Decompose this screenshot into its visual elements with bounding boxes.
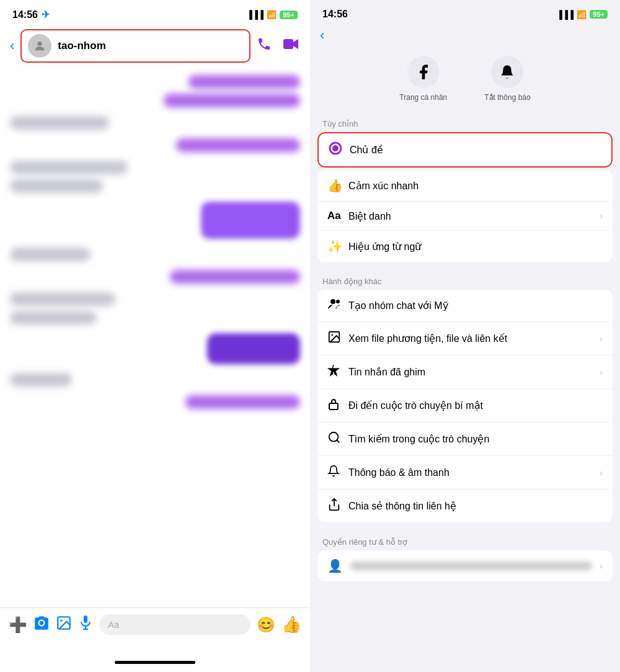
left-status-bar: 14:56 ✈ ▐▐▐ 📶 95+ bbox=[0, 0, 310, 25]
cam-xuc-item[interactable]: 👍 Cảm xúc nhanh bbox=[317, 170, 613, 202]
avatar bbox=[28, 34, 51, 58]
home-indicator bbox=[0, 652, 310, 672]
xem-file-chevron: › bbox=[600, 334, 603, 344]
right-status-icons: ▐▐▐ 📶 95+ bbox=[557, 10, 608, 19]
call-icon[interactable] bbox=[257, 37, 272, 55]
partial-item: 👤 › bbox=[317, 550, 613, 581]
msg-row-3 bbox=[10, 138, 300, 152]
chat-area bbox=[0, 69, 310, 607]
tao-nhom-text: Tạo nhóm chat với Mỹ bbox=[348, 300, 603, 311]
partial-icon: 👤 bbox=[327, 558, 343, 573]
contact-name-box[interactable]: tao-nhom bbox=[20, 29, 250, 63]
svg-point-2 bbox=[40, 620, 44, 625]
right-battery-badge: 95+ bbox=[590, 10, 608, 19]
biet-danh-item[interactable]: Aa Biệt danh › bbox=[317, 202, 613, 231]
facebook-icon-circle bbox=[407, 56, 440, 88]
msg-row-6 bbox=[10, 248, 300, 261]
facebook-profile-item[interactable]: Trang cá nhân bbox=[399, 56, 447, 102]
chia-se-item[interactable]: Chia sẻ thông tin liên hệ bbox=[317, 490, 613, 522]
svg-point-13 bbox=[331, 334, 333, 336]
right-status-bar: 14:56 ▐▐▐ 📶 95+ bbox=[310, 0, 620, 25]
cam-xuc-text: Cảm xúc nhanh bbox=[348, 180, 603, 192]
bottom-bar: ➕ Aa 😊 👍 bbox=[0, 607, 310, 652]
chu-de-text: Chủ đề bbox=[350, 144, 601, 156]
tin-nhan-ghim-item[interactable]: Tin nhắn đã ghim › bbox=[317, 356, 613, 389]
tim-kiem-item[interactable]: Tìm kiếm trong cuộc trò chuyện bbox=[317, 423, 613, 456]
right-header: ‹ bbox=[310, 25, 620, 50]
message-input[interactable]: Aa bbox=[99, 614, 250, 635]
svg-rect-1 bbox=[283, 39, 293, 49]
svg-point-9 bbox=[332, 145, 339, 151]
msg-row-4 bbox=[10, 161, 300, 193]
right-time: 14:56 bbox=[322, 9, 348, 20]
xem-file-icon bbox=[327, 330, 348, 347]
right-panel: 14:56 ▐▐▐ 📶 95+ ‹ Trang cá nhân bbox=[310, 0, 620, 672]
mute-label: Tắt thông báo bbox=[484, 93, 530, 102]
chia-se-text: Chia sẻ thông tin liên hệ bbox=[348, 500, 603, 512]
thumbs-up-icon[interactable]: 👍 bbox=[281, 615, 301, 634]
tao-nhom-icon bbox=[327, 298, 348, 313]
section-tuy-chinh: Tùy chỉnh bbox=[310, 112, 620, 132]
hieu-ung-text: Hiệu ứng từ ngữ bbox=[348, 241, 603, 253]
camera-icon[interactable] bbox=[33, 615, 50, 635]
mute-icon-circle bbox=[491, 56, 523, 88]
msg-row-10 bbox=[10, 373, 300, 387]
xem-file-item[interactable]: Xem file phương tiện, file và liên kết › bbox=[317, 322, 613, 356]
right-signal-icon: ▐▐▐ bbox=[557, 10, 574, 19]
video-icon[interactable] bbox=[283, 37, 300, 55]
telegram-icon: ✈ bbox=[42, 9, 50, 20]
home-bar bbox=[115, 661, 195, 664]
chu-de-card: Chủ đề bbox=[317, 132, 613, 168]
search-icon bbox=[327, 431, 348, 447]
left-panel: 14:56 ✈ ▐▐▐ 📶 95+ ‹ tao-nhom bbox=[0, 0, 310, 672]
hieu-ung-icon: ✨ bbox=[327, 239, 348, 254]
right-back-button[interactable]: ‹ bbox=[320, 27, 324, 43]
lock-icon bbox=[327, 397, 348, 414]
biet-danh-chevron: › bbox=[600, 211, 603, 221]
gallery-icon[interactable] bbox=[56, 615, 72, 635]
scroll-area[interactable]: Trang cá nhân Tắt thông báo Tùy chỉnh bbox=[310, 50, 620, 672]
msg-row-5 bbox=[10, 202, 300, 239]
bell-icon bbox=[327, 464, 348, 481]
cam-xuc-icon: 👍 bbox=[327, 178, 348, 193]
left-header: ‹ tao-nhom bbox=[0, 25, 310, 69]
right-wifi-icon: 📶 bbox=[577, 10, 587, 19]
tin-nhan-ghim-chevron: › bbox=[600, 367, 603, 377]
msg-row-1 bbox=[10, 75, 300, 107]
battery-badge: 95+ bbox=[280, 11, 298, 19]
signal-icon: ▐▐▐ bbox=[247, 10, 264, 19]
bi-mat-text: Đi đến cuộc trò chuyện bí mật bbox=[348, 400, 603, 411]
svg-point-10 bbox=[330, 299, 335, 304]
biet-danh-icon: Aa bbox=[327, 210, 348, 222]
svg-rect-15 bbox=[329, 403, 338, 410]
svg-line-17 bbox=[337, 440, 339, 442]
chu-de-item[interactable]: Chủ đề bbox=[317, 132, 613, 168]
back-button[interactable]: ‹ bbox=[10, 38, 14, 54]
thong-bao-text: Thông báo & âm thanh bbox=[348, 467, 600, 478]
svg-point-4 bbox=[61, 619, 63, 621]
xem-file-text: Xem file phương tiện, file và liên kết bbox=[348, 333, 600, 344]
mic-icon[interactable] bbox=[78, 615, 93, 635]
profile-icons-row: Trang cá nhân Tắt thông báo bbox=[310, 50, 620, 112]
chu-de-icon bbox=[329, 141, 350, 158]
thong-bao-item[interactable]: Thông báo & âm thanh › bbox=[317, 456, 613, 490]
plus-icon[interactable]: ➕ bbox=[9, 616, 27, 634]
section-quyen-rieng-tu: Quyền riêng tư & hỗ trợ bbox=[310, 530, 620, 550]
mute-item[interactable]: Tắt thông báo bbox=[484, 56, 530, 102]
tin-nhan-ghim-text: Tin nhắn đã ghim bbox=[348, 366, 600, 378]
biet-danh-text: Biệt danh bbox=[348, 210, 600, 222]
header-actions bbox=[257, 37, 300, 55]
emoji-icon[interactable]: 😊 bbox=[257, 616, 275, 634]
section-hanh-dong: Hành động khác bbox=[310, 269, 620, 290]
msg-row-11 bbox=[10, 395, 300, 409]
tao-nhom-item[interactable]: Tạo nhóm chat với Mỹ bbox=[317, 290, 613, 322]
hanh-dong-card: Tạo nhóm chat với Mỹ Xem file phương tiệ… bbox=[317, 290, 613, 522]
svg-rect-5 bbox=[84, 616, 87, 623]
msg-row-8 bbox=[10, 292, 300, 325]
contact-name: tao-nhom bbox=[58, 40, 105, 52]
msg-row-9 bbox=[10, 333, 300, 364]
msg-row-7 bbox=[10, 270, 300, 284]
hieu-ung-item[interactable]: ✨ Hiệu ứng từ ngữ bbox=[317, 231, 613, 262]
partial-chevron: › bbox=[600, 561, 603, 571]
bi-mat-item[interactable]: Đi đến cuộc trò chuyện bí mật bbox=[317, 389, 613, 423]
